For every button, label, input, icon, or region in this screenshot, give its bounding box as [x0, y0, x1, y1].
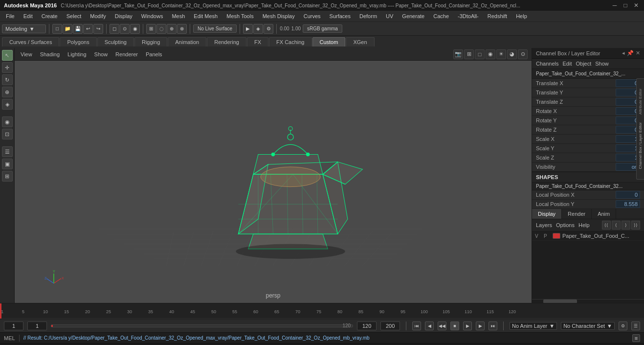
options-menu[interactable]: Options — [556, 222, 575, 228]
menu-item-edit[interactable]: Edit — [20, 12, 37, 20]
show-hide-btn[interactable]: ☰ — [2, 146, 13, 157]
object-menu[interactable]: Object — [576, 61, 591, 67]
attribute-editor-tab[interactable]: Attribute Editor — [638, 89, 643, 115]
vp-renderer-menu[interactable]: Renderer — [113, 50, 140, 58]
layers-menu[interactable]: Layers — [536, 222, 552, 228]
channel-row[interactable]: Rotate Z0 — [532, 125, 644, 135]
vp-shading-menu[interactable]: Shading — [38, 50, 62, 58]
menu-item-uv[interactable]: UV — [382, 12, 397, 20]
layer-last-btn[interactable]: ⟩⟩ — [631, 221, 640, 230]
vp-shadow-icon[interactable]: ◕ — [507, 49, 517, 59]
vp-panels-menu[interactable]: Panels — [144, 50, 164, 58]
menu-item-cache[interactable]: Cache — [429, 12, 453, 20]
maximize-button[interactable]: □ — [622, 1, 629, 9]
menu-item--3dtoall-[interactable]: -3DtoAll- — [454, 12, 483, 20]
channel-row[interactable]: Translate X0 — [532, 79, 644, 88]
shapes-channel-row[interactable]: Local Position Y8.558 — [532, 200, 644, 209]
icon-btn2[interactable]: ▣ — [2, 159, 13, 169]
menu-item-curves[interactable]: Curves — [300, 12, 325, 20]
tab-curves-surfaces[interactable]: Curves / Surfaces — [2, 37, 59, 46]
shapes-channel-value[interactable]: 0 — [616, 191, 640, 199]
save-scene-btn[interactable]: 💾 — [73, 24, 83, 34]
tab-fx[interactable]: FX — [247, 37, 268, 46]
channel-box-pin-btn[interactable]: 📌 — [627, 50, 634, 56]
layer-first-btn[interactable]: ⟨⟨ — [602, 221, 611, 230]
play-forward-btn[interactable]: ▶ — [463, 322, 472, 330]
close-button[interactable]: ✕ — [632, 1, 640, 9]
layer-playback[interactable]: P — [544, 233, 551, 239]
playback-settings-btn[interactable]: ⚙ — [619, 322, 627, 330]
menu-item-windows[interactable]: Windows — [137, 12, 167, 20]
snap-grid-btn[interactable]: ⊞ — [146, 24, 156, 34]
menu-item-mesh-tools[interactable]: Mesh Tools — [222, 12, 257, 20]
icon-btn3[interactable]: ⊞ — [2, 171, 13, 182]
layer-next-btn[interactable]: ⟩ — [622, 221, 630, 230]
menu-item-generate[interactable]: Generate — [398, 12, 428, 20]
layer-row[interactable]: V P Paper_Take_Out_Food_C... — [532, 231, 644, 241]
tab-custom[interactable]: Custom — [312, 37, 346, 46]
menu-item-modify[interactable]: Modify — [86, 12, 110, 20]
snap-surface-btn[interactable]: ⊗ — [177, 24, 187, 34]
current-frame-input[interactable]: 1 — [4, 322, 23, 330]
menu-item-edit-mesh[interactable]: Edit Mesh — [190, 12, 222, 20]
soft-select-btn[interactable]: ◉ — [2, 116, 13, 127]
tab-animation[interactable]: Animation — [168, 37, 206, 46]
help-menu[interactable]: Help — [578, 222, 590, 228]
select-btn[interactable]: ◻ — [110, 24, 119, 34]
vp-xray-icon[interactable]: ⊙ — [518, 49, 528, 59]
vp-smooth-icon[interactable]: ◉ — [486, 49, 495, 59]
color-profile-dropdown[interactable]: sRGB gamma — [303, 24, 342, 33]
lasso-btn[interactable]: ⊙ — [120, 24, 130, 34]
timeline-ruler[interactable]: 1 5 10 15 20 25 30 35 40 45 50 55 60 65 … — [0, 303, 644, 319]
anim-tab[interactable]: Anim — [592, 209, 616, 219]
layer-prev-btn[interactable]: ⟨ — [612, 221, 621, 230]
show-menu[interactable]: Show — [595, 61, 609, 67]
scale-tool-btn[interactable]: ⊕ — [2, 87, 13, 97]
anim-layer-dropdown[interactable]: No Anim Layer ▼ — [510, 322, 557, 330]
viewport[interactable]: View Shading Lighting Show Renderer Pane… — [15, 48, 532, 303]
vp-camera-icon[interactable]: 📷 — [453, 49, 463, 59]
layer-scrollbar[interactable] — [532, 299, 644, 303]
menu-item-surfaces[interactable]: Surfaces — [326, 12, 355, 20]
range-end-input[interactable]: 200 — [380, 322, 400, 330]
skip-end-btn[interactable]: ⏭ — [489, 322, 497, 330]
tab-sculpting[interactable]: Sculpting — [97, 37, 134, 46]
step-forward-btn[interactable]: ▶ — [476, 322, 485, 330]
layer-visibility[interactable]: V — [535, 233, 542, 239]
display-tab[interactable]: Display — [532, 209, 562, 219]
render-btn[interactable]: ▶ — [243, 24, 253, 34]
undo-btn[interactable]: ↩ — [83, 24, 93, 34]
open-scene-btn[interactable]: 📁 — [63, 24, 72, 34]
rotate-tool-btn[interactable]: ↻ — [2, 74, 13, 85]
vp-wireframe-icon[interactable]: □ — [475, 49, 485, 59]
channel-box-tab[interactable]: Channel Box / Layer Editor — [638, 122, 643, 169]
play-back-btn[interactable]: ◀◀ — [438, 322, 446, 330]
live-surface-dropdown[interactable]: No Live Surface — [193, 24, 237, 33]
workspace-dropdown[interactable]: Modeling ▼ — [2, 24, 46, 33]
tab-xgen[interactable]: XGen — [346, 37, 374, 46]
frame-range-slider[interactable]: 120 — [51, 324, 353, 327]
char-set-dropdown[interactable]: No Character Set ▼ — [561, 322, 615, 330]
menu-item-help[interactable]: Help — [512, 12, 531, 20]
step-back-btn[interactable]: ◀ — [425, 322, 434, 330]
channel-row[interactable]: Rotate X0 — [532, 107, 644, 116]
lasso-select-btn[interactable]: ⊡ — [2, 129, 13, 139]
tab-fx-caching[interactable]: FX Caching — [269, 37, 311, 46]
paint-btn[interactable]: ◉ — [130, 24, 140, 34]
channel-row[interactable]: Translate Y0 — [532, 88, 644, 97]
channel-box-close-btn[interactable]: ✕ — [636, 50, 640, 56]
anim-prefs-btn[interactable]: ☰ — [631, 322, 640, 330]
snap-curve-btn[interactable]: ◌ — [156, 24, 166, 34]
new-scene-btn[interactable]: □ — [52, 24, 62, 34]
end-frame-input[interactable]: 120 — [357, 322, 377, 330]
vp-lighting-menu[interactable]: Lighting — [66, 50, 89, 58]
script-editor-btn[interactable]: ≡ — [632, 334, 640, 342]
channel-row[interactable]: Scale Y1 — [532, 144, 644, 153]
vp-show-menu[interactable]: Show — [92, 50, 110, 58]
menu-item-file[interactable]: File — [2, 12, 19, 20]
tab-rendering[interactable]: Rendering — [207, 37, 246, 46]
vp-grid-icon[interactable]: ⊞ — [464, 49, 474, 59]
shapes-channel-row[interactable]: Local Position X0 — [532, 190, 644, 200]
menu-item-mesh-display[interactable]: Mesh Display — [259, 12, 299, 20]
viewport-canvas[interactable]: persp X Y Z — [15, 61, 532, 303]
